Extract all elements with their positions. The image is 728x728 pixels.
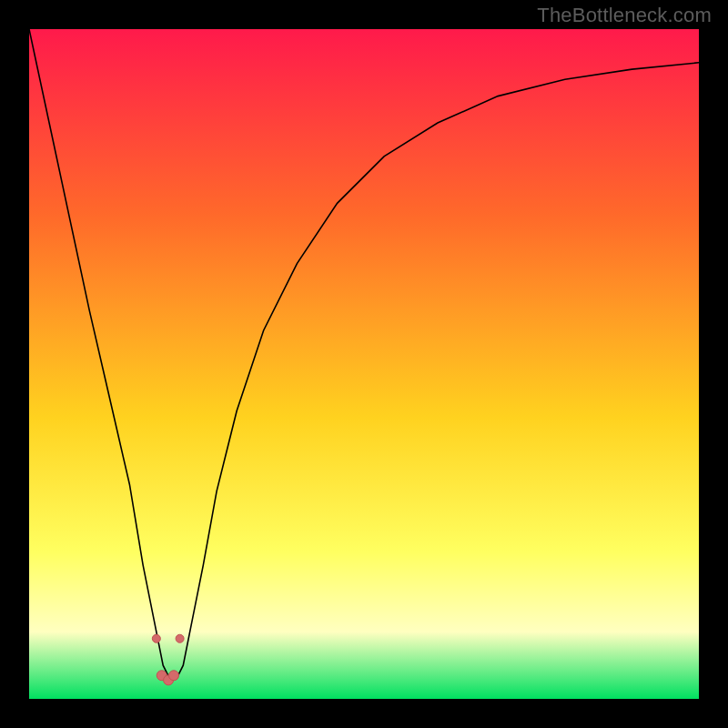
trough-marker (152, 634, 160, 642)
trough-marker (176, 634, 184, 642)
outer-frame: TheBottleneck.com (0, 0, 728, 728)
plot-area (29, 29, 699, 699)
marker-group (152, 634, 184, 685)
watermark-text: TheBottleneck.com (537, 4, 712, 27)
bottleneck-curve (29, 29, 699, 679)
trough-marker (168, 671, 178, 681)
curve-layer (29, 29, 699, 699)
